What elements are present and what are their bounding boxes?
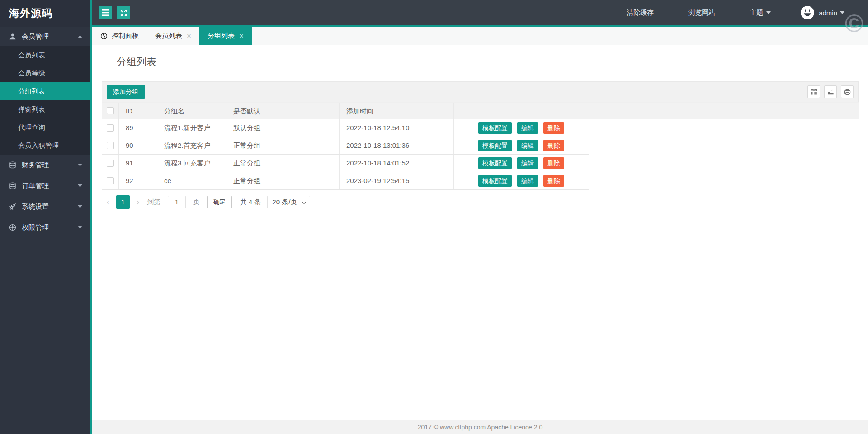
edit-button[interactable]: 编辑	[517, 157, 538, 169]
sidebar-group-settings[interactable]: 系统设置	[0, 196, 90, 217]
page-size-select[interactable]: 20 条/页	[267, 196, 310, 208]
export-button[interactable]	[824, 85, 837, 98]
cell-id: 91	[119, 155, 157, 172]
edit-button[interactable]: 编辑	[517, 122, 538, 134]
template-config-button[interactable]: 模板配置	[478, 140, 512, 151]
sidebar-group-label: 系统设置	[22, 203, 49, 211]
select-all-checkbox[interactable]	[107, 107, 114, 114]
cell-name: 流程3.回充客户	[157, 155, 226, 172]
database-icon	[9, 182, 16, 189]
page-content: 分组列表 添加分组 ID 分组名	[92, 45, 868, 420]
chevron-down-icon	[78, 164, 82, 169]
cell-time: 2022-10-18 13:01:36	[340, 137, 454, 154]
fullscreen-button[interactable]	[117, 6, 130, 19]
cell-time: 2022-10-18 12:54:10	[340, 119, 454, 137]
goto-prefix-label: 到第	[147, 198, 160, 207]
user-menu[interactable]: admin	[819, 9, 844, 17]
pagination: 1 到第 页 确定 共 4 条 20 条/页	[102, 195, 859, 209]
tab-label: 控制面板	[112, 32, 139, 40]
delete-button[interactable]: 删除	[543, 140, 564, 151]
delete-button[interactable]: 删除	[543, 175, 564, 187]
sidebar-group-member[interactable]: 会员管理	[0, 27, 90, 46]
header-name: 分组名	[157, 103, 226, 119]
collapse-menu-button[interactable]	[99, 6, 112, 19]
avatar[interactable]	[801, 6, 814, 19]
close-icon[interactable]	[187, 32, 191, 40]
cell-name: 流程2.首充客户	[157, 137, 226, 154]
sidebar-lower-groups: 财务管理 订单管理 系统设置 权限管理	[0, 155, 90, 238]
goto-suffix-label: 页	[193, 198, 200, 207]
sidebar-group-label: 权限管理	[22, 223, 49, 232]
chevron-down-icon	[766, 11, 771, 16]
cell-checkbox	[102, 155, 119, 172]
table-header: ID 分组名 是否默认 添加时间	[102, 102, 859, 119]
template-config-button[interactable]: 模板配置	[478, 175, 512, 187]
template-config-button[interactable]: 模板配置	[478, 122, 512, 134]
page-title: 分组列表	[117, 55, 156, 69]
cell-time: 2022-10-18 14:01:52	[340, 155, 454, 172]
sidebar-group-orders[interactable]: 订单管理	[0, 175, 90, 196]
table-row: 89 流程1.新开客户 默认分组 2022-10-18 12:54:10 模板配…	[102, 119, 589, 137]
delete-button[interactable]: 删除	[543, 157, 564, 169]
chevron-down-icon	[78, 205, 82, 210]
tab-group-list[interactable]: 分组列表	[199, 27, 252, 45]
printer-icon	[844, 89, 851, 95]
page-title-row: 分组列表	[102, 55, 859, 69]
sidebar-group-permissions[interactable]: 权限管理	[0, 217, 90, 238]
row-checkbox[interactable]	[107, 160, 114, 167]
clear-cache-link[interactable]: 清除缓存	[627, 9, 654, 17]
print-button[interactable]	[841, 85, 854, 98]
theme-label: 主题	[750, 9, 763, 17]
cell-actions: 模板配置 编辑 删除	[454, 172, 589, 189]
sidebar-item-popup-list[interactable]: 弹窗列表	[0, 100, 90, 118]
globe-wheel-icon	[9, 224, 16, 231]
edit-button[interactable]: 编辑	[517, 140, 538, 151]
theme-menu[interactable]: 主题	[750, 9, 771, 17]
chevron-down-icon	[78, 226, 82, 231]
sidebar-item-member-list[interactable]: 会员列表	[0, 46, 90, 64]
row-checkbox[interactable]	[107, 124, 114, 132]
tab-dashboard[interactable]: 控制面板	[92, 27, 147, 45]
cell-id: 92	[119, 172, 157, 189]
main-column: 清除缓存 浏览网站 主题 admin © 控制面板	[92, 0, 868, 434]
cell-actions: 模板配置 编辑 删除	[454, 137, 589, 154]
chevron-down-icon	[78, 184, 82, 189]
cell-default: 默认分组	[226, 119, 340, 137]
goto-page-input[interactable]	[168, 196, 186, 208]
header-patch	[589, 103, 859, 119]
delete-button[interactable]: 删除	[543, 122, 564, 134]
template-config-button[interactable]: 模板配置	[478, 157, 512, 169]
table-row: 92 ce 正常分组 2023-02-19 12:54:15 模板配置 编辑 删…	[102, 172, 589, 190]
cell-default: 正常分组	[226, 155, 340, 172]
close-icon[interactable]	[239, 32, 244, 40]
sidebar-group-label: 订单管理	[22, 182, 49, 190]
sidebar-nav: 会员管理 会员列表 会员等级 分组列表 弹窗列表 代理查询 会员入职管理 财务管…	[0, 27, 90, 238]
filter-columns-button[interactable]	[807, 85, 820, 98]
sidebar-item-group-list[interactable]: 分组列表	[0, 82, 90, 100]
sidebar-item-agent-query[interactable]: 代理查询	[0, 118, 90, 137]
row-checkbox[interactable]	[107, 142, 114, 149]
app-logo: 海外源码	[0, 0, 90, 27]
footer: 2017 © www.cltphp.com Apache Licence 2.0	[92, 420, 868, 434]
cell-default: 正常分组	[226, 172, 340, 189]
avatar-face-icon	[801, 6, 814, 19]
next-page-icon[interactable]	[132, 195, 144, 209]
database-icon	[9, 161, 16, 169]
tab-label: 会员列表	[155, 32, 182, 40]
prev-page-icon[interactable]	[102, 195, 114, 209]
sidebar-item-member-onboard[interactable]: 会员入职管理	[0, 137, 90, 155]
chevron-down-icon	[302, 200, 307, 204]
page-size-value: 20 条/页	[272, 198, 297, 206]
page-number-active[interactable]: 1	[116, 195, 130, 209]
sidebar-item-member-level[interactable]: 会员等级	[0, 64, 90, 82]
add-group-button[interactable]: 添加分组	[107, 85, 145, 99]
tab-label: 分组列表	[208, 32, 235, 40]
topbar: 清除缓存 浏览网站 主题 admin ©	[92, 0, 868, 27]
browse-site-link[interactable]: 浏览网站	[688, 9, 715, 17]
sidebar: 海外源码 会员管理 会员列表 会员等级 分组列表 弹窗列表 代理查询 会员入职管…	[0, 0, 92, 434]
sidebar-group-finance[interactable]: 财务管理	[0, 155, 90, 175]
tab-member-list[interactable]: 会员列表	[147, 27, 199, 45]
goto-confirm-button[interactable]: 确定	[207, 196, 232, 208]
row-checkbox[interactable]	[107, 177, 114, 184]
edit-button[interactable]: 编辑	[517, 175, 538, 187]
